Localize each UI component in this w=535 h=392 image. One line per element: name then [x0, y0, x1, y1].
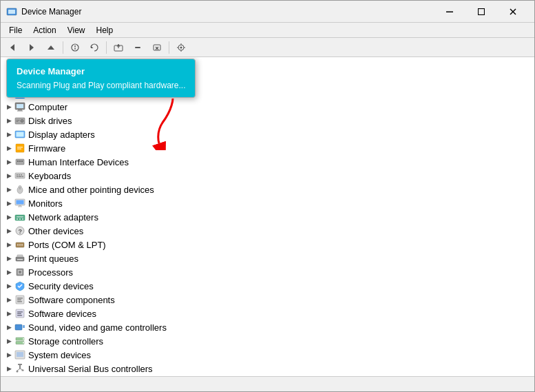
content-area[interactable]: Device Manager Scanning Plug and Play co… — [1, 57, 534, 376]
forward-icon — [27, 43, 36, 52]
device-icon — [14, 322, 25, 333]
svg-rect-48 — [17, 147, 23, 147]
menu-view[interactable]: View — [62, 24, 91, 37]
toolbar-separator-2 — [106, 41, 107, 54]
refresh-button[interactable] — [85, 39, 103, 56]
minimize-button[interactable] — [434, 1, 465, 23]
list-item[interactable]: ▶ System devices — [1, 348, 534, 362]
expand-icon: ▶ — [3, 239, 14, 250]
list-item[interactable]: ▶ Computer — [1, 100, 534, 114]
device-label: Other devices — [28, 226, 83, 236]
menu-help[interactable]: Help — [91, 24, 119, 37]
svg-rect-57 — [21, 174, 22, 176]
tooltip-message: Scanning Plug and Play compliant hardwar… — [17, 81, 185, 90]
svg-rect-60 — [22, 176, 23, 178]
expand-icon: ▶ — [3, 198, 14, 209]
back-button[interactable] — [3, 39, 21, 56]
device-icon — [14, 115, 25, 126]
device-label: Processors — [28, 267, 73, 278]
menu-action[interactable]: Action — [28, 24, 61, 37]
list-item[interactable]: ▶ Processors — [1, 265, 534, 279]
maximize-button[interactable] — [465, 1, 497, 23]
device-label: Keyboards — [28, 171, 71, 181]
device-icon — [14, 198, 25, 209]
list-item[interactable]: ▶ Software devices — [1, 307, 534, 320]
list-item[interactable]: ▶ Keyboards — [1, 169, 534, 183]
svg-rect-84 — [19, 271, 21, 274]
list-item[interactable]: ▶ Network adapters — [1, 210, 534, 224]
device-label: Human Interface Devices — [28, 157, 129, 167]
expand-icon: ▶ — [3, 336, 14, 347]
svg-rect-5 — [479, 8, 485, 14]
svg-point-98 — [23, 338, 24, 340]
svg-rect-44 — [17, 121, 19, 122]
expand-icon: ▶ — [3, 184, 14, 195]
title-bar-left: Device Manager — [6, 6, 81, 17]
menu-file[interactable]: File — [3, 24, 28, 37]
device-label: Software components — [28, 295, 115, 305]
device-label: Computer — [28, 102, 67, 112]
device-label: System devices — [28, 350, 91, 360]
svg-rect-55 — [17, 174, 18, 176]
svg-rect-49 — [17, 149, 21, 149]
svg-rect-2 — [10, 14, 14, 14]
device-list: ▶ Audio inputs and outputs ▶ Batteries — [1, 57, 534, 376]
disable-button[interactable] — [129, 39, 147, 56]
minimize-icon — [446, 11, 453, 12]
svg-point-71 — [22, 218, 23, 220]
list-item[interactable]: ▶ Universal Serial Bus controllers — [1, 362, 534, 375]
list-item[interactable]: ▶ ? Other devices — [1, 224, 534, 238]
scan-button[interactable] — [172, 39, 190, 56]
device-label: Universal Serial Bus controllers — [28, 364, 153, 374]
svg-rect-3 — [9, 14, 14, 15]
device-label: Display adapters — [28, 130, 95, 140]
svg-rect-92 — [17, 315, 22, 316]
update-driver-button[interactable] — [109, 39, 127, 56]
list-item[interactable]: ▶ Disk drives — [1, 114, 534, 127]
device-icon — [14, 308, 25, 319]
device-icon — [14, 129, 25, 140]
device-label: Firmware — [28, 143, 65, 154]
device-icon — [14, 212, 25, 223]
title-bar-label: Device Manager — [21, 7, 81, 17]
list-item[interactable]: ▶ Firmware — [1, 141, 534, 155]
maximize-icon — [478, 8, 485, 15]
expand-icon: ▶ — [3, 322, 14, 333]
device-label: Network adapters — [28, 212, 98, 223]
svg-rect-104 — [19, 365, 21, 369]
list-item[interactable]: ▶ Security devices — [1, 279, 534, 293]
uninstall-icon — [152, 43, 162, 52]
device-manager-window: Device Manager File Action View Help — [0, 0, 535, 392]
toolbar — [1, 38, 534, 57]
svg-marker-8 — [10, 44, 14, 51]
device-label: Sound, video and game controllers — [28, 322, 167, 333]
svg-point-77 — [19, 245, 21, 246]
list-item[interactable]: ▶ Software components — [1, 293, 534, 307]
list-item[interactable]: ▶ Sound, video and game controllers — [1, 320, 534, 334]
svg-rect-93 — [15, 324, 22, 330]
list-item[interactable]: ▶ Storage controllers — [1, 334, 534, 348]
list-item[interactable]: ▶ Print queues — [1, 251, 534, 265]
list-item[interactable]: ▶ Monitors — [1, 196, 534, 210]
list-item[interactable]: ▶ Human Interface Devices — [1, 155, 534, 169]
properties-button[interactable] — [66, 39, 84, 56]
svg-point-70 — [19, 218, 21, 220]
device-label: Disk drives — [28, 116, 72, 126]
svg-rect-86 — [17, 298, 23, 299]
list-item[interactable]: ▶ Mice and other pointing devices — [1, 183, 534, 196]
svg-rect-87 — [17, 300, 21, 301]
list-item[interactable]: ▶ USB Connector Managers — [1, 375, 534, 376]
svg-rect-90 — [17, 311, 23, 313]
close-button[interactable] — [497, 1, 529, 23]
svg-rect-65 — [17, 200, 24, 205]
properties-icon — [70, 43, 80, 52]
up-button[interactable] — [42, 39, 60, 56]
svg-rect-51 — [17, 161, 19, 162]
list-item[interactable]: ▶ Ports (COM & LPT) — [1, 238, 534, 251]
list-item[interactable]: ▶ Display adapters — [1, 127, 534, 141]
uninstall-button[interactable] — [148, 39, 166, 56]
device-icon — [14, 143, 25, 154]
forward-button[interactable] — [23, 39, 41, 56]
expand-icon: ▶ — [3, 170, 14, 181]
svg-point-78 — [21, 245, 23, 246]
